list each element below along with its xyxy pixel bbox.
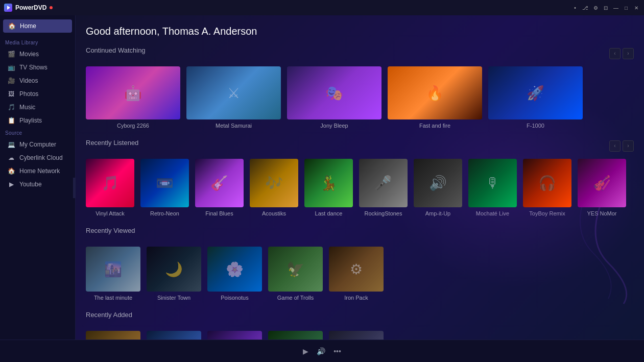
rl-item-amp[interactable]: 🔊 Amp-it-Up [414,159,462,216]
rl-item-rocks[interactable]: 🎤 RockingStones [359,159,408,216]
rv-item-sinister[interactable]: 🌙 Sinister Town [147,247,201,301]
cw-label-samurai: Metal Samurai [186,123,281,129]
ra-thumb-2: 📼 [147,331,201,340]
youtube-icon: ▶ [7,180,15,188]
window-button[interactable]: ⊡ [602,4,609,11]
play-button[interactable]: ▶ [303,347,308,355]
recently-added-header: Recently Added [86,311,634,325]
sidebar-item-tv-shows[interactable]: 📺 TV Shows [2,61,73,74]
greeting-text: Good afternoon, Thomas A. Anderson [86,26,634,37]
ra-item-3[interactable]: 🐉 [207,331,262,340]
rv-thumb-poison: 🌸 [207,247,262,292]
rv-item-poison[interactable]: 🌸 Poisonotus [207,247,262,301]
recently-added-title: Recently Added [86,311,132,319]
settings-button[interactable]: ⚙ [592,4,599,11]
rv-thumb-lastmin: 🌆 [86,247,140,292]
rv-item-trolls[interactable]: 🦅 Game of Trolls [268,247,323,301]
rv-label-poison: Poisonotus [207,295,262,301]
rl-item-dance[interactable]: 💃 Last dance [304,159,353,216]
dot-button[interactable]: • [571,4,579,11]
cw-item-f1000[interactable]: 🚀 F-1000 [488,66,583,129]
rv-item-iron[interactable]: ⚙ Iron Pack [329,247,384,301]
cw-nav-arrows: ‹ › [609,48,634,59]
network-icon: 🏠 [7,167,15,175]
rl-next-arrow[interactable]: › [623,140,634,152]
recently-listened-title: Recently Listened [86,139,138,147]
ra-item-4[interactable]: 🌿 [268,331,323,340]
sidebar-cloud-label: Cyberlink Cloud [19,154,63,161]
cw-label-fast: Fast and fire [388,123,482,129]
more-button[interactable]: ••• [333,347,341,355]
rl-item-retro[interactable]: 📼 Retro-Neon [140,159,189,216]
sidebar-videos-label: Videos [19,77,38,84]
recently-viewed-title: Recently Viewed [86,227,135,234]
sidebar-item-my-computer[interactable]: 💻 My Computer [2,138,73,151]
rv-deco-poison: 🌸 [226,261,244,278]
rl-item-toy[interactable]: 🎧 ToyBoy Remix [523,159,571,216]
cw-item-fast[interactable]: 🔥 Fast and fire [388,66,482,129]
share-button[interactable]: ⎇ [582,4,589,11]
sidebar-item-videos[interactable]: 🎥 Videos [2,74,73,87]
cw-item-cyborg[interactable]: 🤖 Cyborg 2266 [86,66,180,129]
cw-deco-cyborg: 🤖 [124,85,142,102]
sidebar-item-cyberlink-cloud[interactable]: ☁ Cyberlink Cloud [2,151,73,164]
sidebar-item-photos[interactable]: 🖼 Photos [2,87,73,101]
rl-label-dance: Last dance [304,210,353,216]
cw-next-arrow[interactable]: › [623,48,634,59]
recently-listened-section: Recently Listened ‹ › 🎵 Vinyl Attack 📼 [86,139,634,216]
rl-deco-retro: 📼 [156,175,174,191]
sidebar-item-movies[interactable]: 🎬 Movies [2,47,73,61]
close-button[interactable]: ✕ [633,4,640,11]
rl-label-yes: YES NoMor [578,210,626,216]
continued-watching-section: Continued Watching ‹ › 🤖 Cyborg 2266 ⚔ [86,46,634,129]
sidebar-item-youtube[interactable]: ▶ Youtube [2,178,73,191]
ra-item-5[interactable]: 🎭 [329,331,384,340]
notification-dot [50,6,53,9]
sidebar-item-home-network[interactable]: 🏠 Home Network [2,164,73,178]
rl-item-vinyl[interactable]: 🎵 Vinyl Attack [86,159,134,216]
rl-item-yes[interactable]: 🎻 YES NoMor [578,159,626,216]
rv-item-lastmin[interactable]: 🌆 The last minute [86,247,140,301]
playlists-icon: 📋 [7,116,15,125]
rl-item-blues[interactable]: 🎸 Final Blues [195,159,244,216]
sidebar-computer-label: My Computer [19,141,56,148]
rv-deco-sinister: 🌙 [165,261,183,278]
rv-label-lastmin: The last minute [86,295,140,301]
ra-thumb-5: 🎭 [329,331,384,340]
ra-item-2[interactable]: 📼 [147,331,201,340]
rl-thumb-rocks: 🎤 [359,159,408,207]
volume-button[interactable]: 🔊 [317,347,325,355]
sidebar-item-home[interactable]: 🏠 Home [3,19,72,33]
cw-label-jony: Jony Bleep [287,123,381,129]
rl-item-acoust[interactable]: 🎶 Acoustiks [250,159,298,216]
rl-item-mocha[interactable]: 🎙 Mochaté Live [468,159,517,216]
cw-item-samurai[interactable]: ⚔ Metal Samurai [186,66,281,129]
rl-deco-amp: 🔊 [429,175,447,191]
rl-deco-dance: 💃 [320,175,338,191]
cw-deco-fast: 🔥 [426,85,444,102]
maximize-button[interactable]: □ [623,4,630,11]
cw-prev-arrow[interactable]: ‹ [609,48,621,59]
videos-icon: 🎥 [7,77,15,85]
sidebar: 🏠 Home Media Library 🎬 Movies 📺 TV Shows… [0,15,76,340]
rl-prev-arrow[interactable]: ‹ [609,140,621,152]
svg-marker-0 [7,6,10,10]
sidebar-item-music[interactable]: 🎵 Music [2,101,73,114]
sidebar-item-playlists[interactable]: 📋 Playlists [2,114,73,127]
computer-icon: 💻 [7,140,15,149]
minimize-button[interactable]: — [612,4,619,11]
ra-item-1[interactable]: 👫 [86,331,140,340]
cw-thumb-fast: 🔥 [388,66,482,119]
rl-deco-blues: 🎸 [210,175,228,191]
sidebar-network-label: Home Network [19,167,60,175]
rl-label-acoust: Acoustiks [250,210,298,216]
recently-listened-header: Recently Listened ‹ › [86,139,634,153]
app-body: 🏠 Home Media Library 🎬 Movies 📺 TV Shows… [0,15,644,340]
cw-item-jony[interactable]: 🎭 Jony Bleep [287,66,381,129]
recently-added-row: 👫 📼 🐉 🌿 [86,331,634,340]
rl-label-rocks: RockingStones [359,210,408,216]
titlebar: PowerDVD • ⎇ ⚙ ⊡ — □ ✕ [0,0,644,15]
rl-label-mocha: Mochaté Live [468,210,517,216]
rl-thumb-vinyl: 🎵 [86,159,134,207]
rv-thumb-sinister: 🌙 [147,247,201,292]
